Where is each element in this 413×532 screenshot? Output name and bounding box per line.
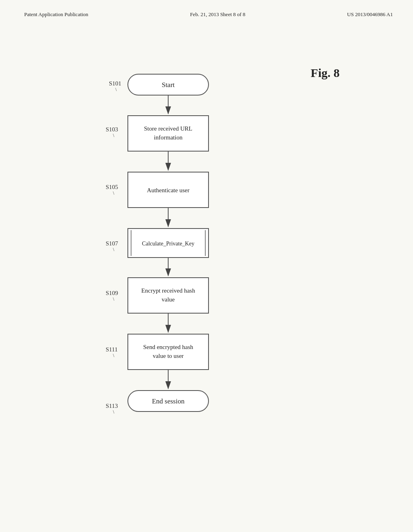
page: Patent Application Publication Feb. 21, … <box>0 0 413 532</box>
encrypt-hash-line1: Encrypt received hash <box>141 287 195 294</box>
diagram-area: Fig. 8 S101 \ Start S103 \ Store receive… <box>65 42 348 519</box>
step-label-s111: S111 <box>106 346 118 353</box>
step-slash-s109: \ <box>113 296 115 302</box>
encrypt-hash-box <box>128 278 209 313</box>
calc-private-key-label: Calculate_Private_Key <box>142 241 194 247</box>
step-slash-s107: \ <box>113 247 115 252</box>
step-slash-s111: \ <box>113 353 115 358</box>
step-slash-s103: \ <box>113 133 115 138</box>
end-session-label: End session <box>152 397 185 405</box>
flowchart-svg: S101 \ Start S103 \ Store received URL i… <box>65 42 348 517</box>
send-hash-box <box>128 334 209 370</box>
store-url-line2: information <box>154 134 183 141</box>
header: Patent Application Publication Feb. 21, … <box>0 0 413 22</box>
send-hash-line1: Send encrypted hash <box>143 344 194 350</box>
store-url-box <box>128 116 209 151</box>
fig-label: Fig. 8 <box>311 66 340 80</box>
step-label-s109: S109 <box>106 290 118 296</box>
step-slash-s105: \ <box>113 190 115 196</box>
step-label-s105: S105 <box>106 184 118 190</box>
header-center: Feb. 21, 2013 Sheet 8 of 8 <box>190 11 245 18</box>
header-left: Patent Application Publication <box>24 11 88 18</box>
header-right: US 2013/0046986 A1 <box>347 11 393 18</box>
step-slash-s113: \ <box>113 409 115 415</box>
store-url-line1: Store received URL <box>144 125 192 132</box>
auth-user-label: Authenticate user <box>147 187 189 193</box>
step-label-s107: S107 <box>106 240 118 247</box>
step-label-s113: S113 <box>106 403 118 409</box>
step-label-s101: S101 <box>109 80 121 87</box>
start-label: Start <box>162 81 175 89</box>
encrypt-hash-line2: value <box>162 296 175 303</box>
step-label-s103: S103 <box>106 126 118 133</box>
step-slash-s101: \ <box>115 87 117 92</box>
send-hash-line2: value to user <box>153 353 184 359</box>
